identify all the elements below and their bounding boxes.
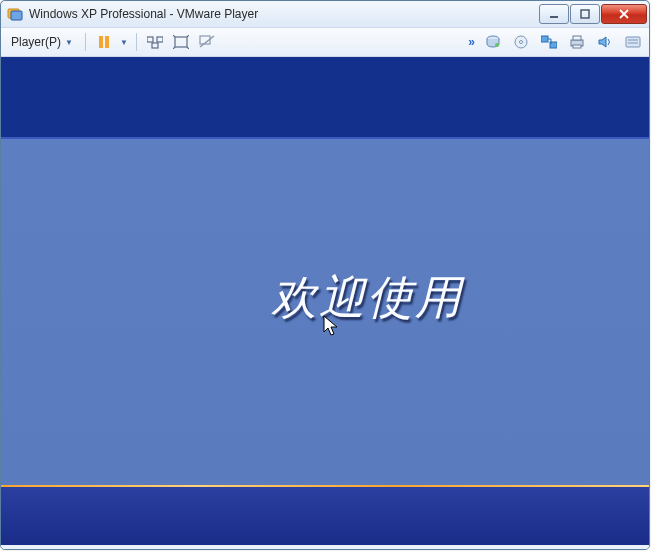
window-title: Windows XP Professional - VMware Player (29, 7, 538, 21)
toolbar: Player(P) ▼ ▼ (1, 28, 649, 57)
toolbar-separator (136, 33, 137, 51)
expand-devices-icon[interactable]: » (468, 35, 475, 49)
unity-mode-button[interactable] (197, 32, 217, 52)
send-ctrl-alt-del-button[interactable] (145, 32, 165, 52)
toolbar-separator (85, 33, 86, 51)
svg-rect-1 (11, 11, 22, 20)
svg-point-13 (495, 43, 499, 47)
svg-rect-2 (550, 16, 558, 18)
svg-rect-8 (152, 43, 158, 48)
svg-rect-6 (147, 37, 153, 42)
svg-rect-5 (105, 36, 109, 48)
network-adapter-icon[interactable] (539, 32, 559, 52)
fullscreen-button[interactable] (171, 32, 191, 52)
welcome-text: 欢迎使用 (271, 267, 463, 329)
svg-rect-19 (573, 36, 581, 40)
hard-disk-icon[interactable] (483, 32, 503, 52)
svg-rect-4 (99, 36, 103, 48)
svg-rect-16 (541, 36, 548, 42)
svg-rect-9 (175, 37, 187, 47)
minimize-button[interactable] (539, 4, 569, 24)
window-footer (1, 545, 649, 549)
title-bar: Windows XP Professional - VMware Player (1, 1, 649, 28)
svg-rect-20 (573, 45, 581, 48)
maximize-button[interactable] (570, 4, 600, 24)
app-window: Windows XP Professional - VMware Player … (0, 0, 650, 550)
svg-rect-3 (581, 10, 589, 18)
svg-rect-21 (626, 37, 640, 47)
printer-icon[interactable] (567, 32, 587, 52)
svg-rect-7 (157, 37, 163, 42)
mouse-cursor-icon (323, 315, 341, 342)
vmware-app-icon (7, 6, 23, 22)
dropdown-icon: ▼ (65, 38, 73, 47)
xp-header-band (1, 57, 649, 139)
cd-dvd-icon[interactable] (511, 32, 531, 52)
close-button[interactable] (601, 4, 647, 24)
player-menu-label: Player(P) (11, 35, 61, 49)
window-controls (538, 4, 647, 24)
sound-card-icon[interactable] (595, 32, 615, 52)
pause-button[interactable] (94, 32, 114, 52)
xp-footer-band (1, 487, 649, 545)
message-log-icon[interactable] (623, 32, 643, 52)
device-status-bar: » (468, 32, 643, 52)
svg-point-15 (520, 41, 523, 44)
player-menu-button[interactable]: Player(P) ▼ (7, 33, 77, 51)
dropdown-icon[interactable]: ▼ (120, 38, 128, 47)
vm-display[interactable]: 欢迎使用 (1, 57, 649, 545)
svg-line-11 (200, 36, 214, 47)
